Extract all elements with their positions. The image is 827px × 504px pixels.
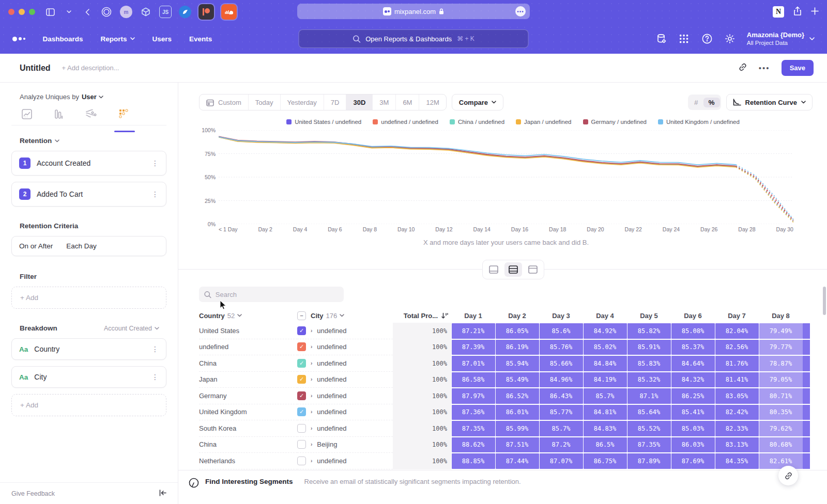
window-controls[interactable] — [8, 9, 35, 15]
column-day-5[interactable]: Day 5 — [627, 312, 671, 320]
cell-day-5[interactable]: 87.35% — [627, 437, 671, 453]
cell-day-6[interactable]: 85.08% — [671, 323, 715, 339]
breakdown-country[interactable]: Aa Country ⋮ — [11, 338, 166, 360]
cell-day-7[interactable]: 82.33% — [715, 421, 759, 436]
cell-day-7[interactable]: 82.42% — [715, 405, 759, 420]
view-split-icon[interactable] — [504, 262, 522, 277]
expand-row-icon[interactable]: › — [311, 360, 312, 366]
copy-link-icon[interactable] — [738, 62, 747, 74]
criteria-on-or-after[interactable]: On or After — [19, 242, 53, 250]
cell-day-8[interactable]: 80.68% — [759, 437, 803, 453]
tab-funnels[interactable] — [54, 109, 64, 125]
legend-item[interactable]: Japan / undefined — [516, 119, 571, 125]
legend-item[interactable]: China / undefined — [450, 119, 504, 125]
row-checkbox[interactable]: ✓ — [297, 375, 306, 384]
cell-day-5[interactable]: 85.82% — [627, 323, 671, 339]
cell-day-6[interactable]: 87.69% — [671, 453, 715, 469]
address-bar[interactable]: mixpanel.com ••• — [297, 4, 530, 19]
cell-day-2[interactable]: 86.05% — [496, 323, 539, 339]
find-segments-title[interactable]: Find Interesting Segments — [205, 478, 293, 485]
expand-row-icon[interactable]: › — [311, 442, 312, 447]
cell-day-4[interactable]: 84.84% — [584, 356, 627, 371]
cell-day-1[interactable]: 88.62% — [452, 437, 495, 453]
column-day-8[interactable]: Day 8 — [759, 312, 803, 320]
criteria-each-day[interactable]: Each Day — [66, 242, 97, 250]
legend-item[interactable]: United Kingdom / undefined — [658, 119, 740, 125]
cell-day-4[interactable]: 84.19% — [584, 372, 627, 388]
cell-day-5[interactable]: 85.52% — [627, 421, 671, 436]
zoom-window-button[interactable] — [29, 9, 35, 15]
breakdown-add-button[interactable]: + Add — [11, 394, 166, 416]
cell-day-6[interactable]: 86.25% — [671, 388, 715, 404]
cell-day-1[interactable]: 87.36% — [452, 405, 495, 420]
cell-day-4[interactable]: 84.83% — [584, 421, 627, 436]
expand-row-icon[interactable]: › — [311, 458, 312, 464]
range-chip-7d[interactable]: 7D — [324, 94, 347, 110]
kebab-menu-icon[interactable]: ⋮ — [151, 345, 159, 353]
cell-day-4[interactable]: 84.81% — [584, 405, 627, 420]
range-chip-yesterday[interactable]: Yesterday — [281, 94, 324, 110]
row-checkbox[interactable]: ✓ — [297, 391, 306, 400]
cell-day-8[interactable]: 79.77% — [759, 340, 803, 355]
cell-day-2[interactable]: 86.52% — [496, 388, 539, 404]
kebab-menu-icon[interactable]: ⋮ — [151, 373, 159, 381]
tab-insights[interactable] — [22, 109, 32, 125]
floating-share-link-button[interactable] — [778, 466, 798, 485]
range-chip-30d[interactable]: 30D — [346, 94, 373, 110]
collapse-sidebar-icon[interactable] — [159, 490, 166, 498]
cell-day-5[interactable]: 85.32% — [627, 372, 671, 388]
help-icon[interactable] — [701, 33, 713, 44]
nav-item-events[interactable]: Events — [189, 35, 212, 43]
table-search[interactable] — [199, 287, 344, 302]
range-chip-3m[interactable]: 3M — [373, 94, 396, 110]
cell-day-2[interactable]: 87.44% — [496, 453, 539, 469]
row-checkbox[interactable]: ✓ — [297, 326, 306, 335]
cell-day-7[interactable]: 82.04% — [715, 323, 759, 339]
retention-criteria-card[interactable]: On or After Each Day — [11, 236, 166, 256]
report-title[interactable]: Untitled — [20, 64, 51, 73]
cell-day-4[interactable]: 85.02% — [584, 340, 627, 355]
cell-day-5[interactable]: 85.83% — [627, 356, 671, 371]
column-day-3[interactable]: Day 3 — [539, 312, 583, 320]
close-window-button[interactable] — [8, 9, 14, 15]
column-day-7[interactable]: Day 7 — [715, 312, 759, 320]
more-options-icon[interactable]: ••• — [759, 64, 770, 72]
filter-add-button[interactable]: + Add — [11, 287, 166, 309]
cell-day-1[interactable]: 87.35% — [452, 421, 495, 436]
column-day-2[interactable]: Day 2 — [495, 312, 539, 320]
global-search[interactable]: Open Reports & Dashboards ⌘ + K — [299, 29, 529, 48]
expand-row-icon[interactable]: › — [311, 426, 312, 431]
cell-day-8[interactable]: 80.35% — [759, 405, 803, 420]
js-extension-icon[interactable]: JS — [159, 6, 172, 18]
settings-gear-icon[interactable] — [724, 33, 736, 44]
expand-row-icon[interactable]: › — [311, 376, 312, 382]
range-chip-6m[interactable]: 6M — [396, 94, 419, 110]
column-day-1[interactable]: Day 1 — [451, 312, 495, 320]
avatar-m-extension-icon[interactable]: m — [120, 6, 132, 18]
one-password-extension-icon[interactable] — [100, 6, 113, 18]
cell-day-2[interactable]: 87.51% — [496, 437, 539, 453]
cell-day-8[interactable]: 79.62% — [759, 421, 803, 436]
retention-step-1[interactable]: 1 Account Created ⋮ — [11, 151, 166, 176]
cell-day-6[interactable]: 84.64% — [671, 356, 715, 371]
row-checkbox[interactable] — [297, 424, 306, 433]
range-chip-today[interactable]: Today — [249, 94, 281, 110]
retention-step-2[interactable]: 2 Added To Cart ⋮ — [11, 182, 166, 207]
page-settings-icon[interactable]: ••• — [515, 6, 526, 17]
cell-day-1[interactable]: 87.01% — [452, 356, 495, 371]
expand-row-icon[interactable]: › — [311, 328, 312, 334]
nav-item-dashboards[interactable]: Dashboards — [43, 35, 83, 43]
row-checkbox[interactable] — [297, 440, 306, 449]
cell-day-3[interactable]: 85.7% — [540, 421, 583, 436]
legend-item[interactable]: undefined / undefined — [373, 119, 438, 125]
cell-day-3[interactable]: 85.77% — [540, 405, 583, 420]
mixpanel-logo[interactable] — [12, 37, 25, 41]
give-feedback-link[interactable]: Give Feedback — [11, 490, 55, 497]
nav-item-reports[interactable]: Reports — [101, 35, 135, 43]
legend-item[interactable]: Germany / undefined — [583, 119, 647, 125]
column-city[interactable]: – City176 — [297, 311, 393, 320]
cell-day-3[interactable]: 87.2% — [540, 437, 583, 453]
cell-day-6[interactable]: 85.41% — [671, 405, 715, 420]
cell-day-4[interactable]: 86.75% — [584, 453, 627, 469]
cell-day-6[interactable]: 85.37% — [671, 340, 715, 355]
